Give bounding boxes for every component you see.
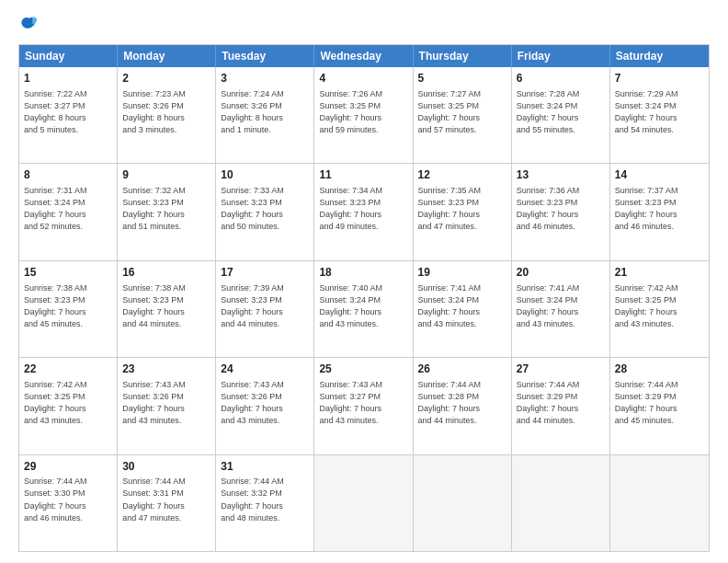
header-day-tuesday: Tuesday — [216, 45, 314, 67]
day-number: 11 — [319, 167, 407, 183]
day-number: 21 — [615, 265, 704, 281]
day-number: 16 — [122, 265, 210, 281]
day-number: 29 — [24, 459, 112, 475]
day-info: Sunrise: 7:41 AM Sunset: 3:24 PM Dayligh… — [418, 282, 506, 330]
day-info: Sunrise: 7:31 AM Sunset: 3:24 PM Dayligh… — [24, 185, 112, 233]
calendar-cell — [414, 455, 512, 551]
calendar-cell: 30Sunrise: 7:44 AM Sunset: 3:31 PM Dayli… — [118, 455, 216, 551]
calendar-cell: 5Sunrise: 7:27 AM Sunset: 3:25 PM Daylig… — [414, 67, 512, 163]
day-number: 5 — [418, 71, 506, 86]
day-number: 19 — [418, 265, 506, 281]
day-info: Sunrise: 7:44 AM Sunset: 3:30 PM Dayligh… — [24, 476, 112, 523]
calendar-cell — [314, 455, 413, 551]
logo — [18, 15, 42, 35]
day-info: Sunrise: 7:44 AM Sunset: 3:32 PM Dayligh… — [221, 476, 309, 523]
day-number: 28 — [615, 362, 704, 377]
day-info: Sunrise: 7:36 AM Sunset: 3:23 PM Dayligh… — [517, 185, 605, 233]
day-number: 31 — [221, 459, 309, 475]
calendar-cell: 15Sunrise: 7:38 AM Sunset: 3:23 PM Dayli… — [19, 261, 118, 357]
day-info: Sunrise: 7:24 AM Sunset: 3:26 PM Dayligh… — [221, 88, 309, 136]
calendar-header: SundayMondayTuesdayWednesdayThursdayFrid… — [19, 45, 709, 67]
day-info: Sunrise: 7:40 AM Sunset: 3:24 PM Dayligh… — [319, 282, 407, 330]
calendar-cell: 6Sunrise: 7:28 AM Sunset: 3:24 PM Daylig… — [512, 67, 610, 163]
calendar-cell: 18Sunrise: 7:40 AM Sunset: 3:24 PM Dayli… — [314, 261, 413, 357]
calendar-cell: 14Sunrise: 7:37 AM Sunset: 3:23 PM Dayli… — [610, 164, 709, 259]
day-number: 24 — [221, 362, 309, 377]
day-info: Sunrise: 7:44 AM Sunset: 3:31 PM Dayligh… — [122, 476, 210, 523]
calendar-cell: 8Sunrise: 7:31 AM Sunset: 3:24 PM Daylig… — [19, 164, 118, 259]
day-number: 22 — [24, 362, 112, 377]
day-number: 15 — [24, 265, 112, 281]
day-number: 8 — [24, 167, 112, 183]
calendar-cell: 20Sunrise: 7:41 AM Sunset: 3:24 PM Dayli… — [512, 261, 610, 357]
day-info: Sunrise: 7:33 AM Sunset: 3:23 PM Dayligh… — [221, 185, 309, 233]
calendar: SundayMondayTuesdayWednesdayThursdayFrid… — [18, 44, 710, 552]
day-info: Sunrise: 7:39 AM Sunset: 3:23 PM Dayligh… — [221, 282, 309, 330]
header-day-monday: Monday — [118, 45, 216, 67]
calendar-cell: 28Sunrise: 7:44 AM Sunset: 3:29 PM Dayli… — [610, 358, 709, 454]
calendar-body: 1Sunrise: 7:22 AM Sunset: 3:27 PM Daylig… — [19, 67, 709, 551]
calendar-cell: 11Sunrise: 7:34 AM Sunset: 3:23 PM Dayli… — [314, 164, 413, 259]
header-day-wednesday: Wednesday — [314, 45, 413, 67]
logo-icon — [18, 15, 39, 35]
calendar-cell: 26Sunrise: 7:44 AM Sunset: 3:28 PM Dayli… — [414, 358, 512, 454]
day-number: 25 — [319, 362, 407, 377]
day-number: 17 — [221, 265, 309, 281]
header-day-thursday: Thursday — [414, 45, 512, 67]
day-info: Sunrise: 7:44 AM Sunset: 3:29 PM Dayligh… — [615, 379, 704, 427]
calendar-cell: 10Sunrise: 7:33 AM Sunset: 3:23 PM Dayli… — [216, 164, 314, 259]
day-number: 1 — [24, 71, 112, 86]
day-number: 4 — [319, 71, 407, 86]
calendar-cell: 22Sunrise: 7:42 AM Sunset: 3:25 PM Dayli… — [19, 358, 118, 454]
day-info: Sunrise: 7:35 AM Sunset: 3:23 PM Dayligh… — [418, 185, 506, 233]
calendar-cell: 31Sunrise: 7:44 AM Sunset: 3:32 PM Dayli… — [216, 455, 314, 551]
day-info: Sunrise: 7:44 AM Sunset: 3:29 PM Dayligh… — [517, 379, 605, 427]
calendar-cell: 25Sunrise: 7:43 AM Sunset: 3:27 PM Dayli… — [314, 358, 413, 454]
calendar-cell: 16Sunrise: 7:38 AM Sunset: 3:23 PM Dayli… — [118, 261, 216, 357]
day-number: 27 — [517, 362, 605, 377]
day-number: 7 — [615, 71, 704, 86]
day-number: 30 — [122, 459, 210, 475]
day-info: Sunrise: 7:41 AM Sunset: 3:24 PM Dayligh… — [517, 282, 605, 330]
calendar-cell: 7Sunrise: 7:29 AM Sunset: 3:24 PM Daylig… — [610, 67, 709, 163]
calendar-row-4: 29Sunrise: 7:44 AM Sunset: 3:30 PM Dayli… — [19, 454, 709, 551]
day-number: 13 — [517, 167, 605, 183]
day-number: 10 — [221, 167, 309, 183]
day-info: Sunrise: 7:42 AM Sunset: 3:25 PM Dayligh… — [24, 379, 112, 427]
day-number: 6 — [517, 71, 605, 86]
day-number: 18 — [319, 265, 407, 281]
header-day-friday: Friday — [512, 45, 610, 67]
day-number: 23 — [122, 362, 210, 377]
day-info: Sunrise: 7:32 AM Sunset: 3:23 PM Dayligh… — [122, 185, 210, 233]
calendar-cell: 29Sunrise: 7:44 AM Sunset: 3:30 PM Dayli… — [19, 455, 118, 551]
day-info: Sunrise: 7:42 AM Sunset: 3:25 PM Dayligh… — [615, 282, 704, 330]
calendar-row-0: 1Sunrise: 7:22 AM Sunset: 3:27 PM Daylig… — [19, 67, 709, 163]
calendar-cell: 27Sunrise: 7:44 AM Sunset: 3:29 PM Dayli… — [512, 358, 610, 454]
day-info: Sunrise: 7:29 AM Sunset: 3:24 PM Dayligh… — [615, 88, 704, 136]
day-number: 20 — [517, 265, 605, 281]
calendar-cell — [610, 455, 709, 551]
calendar-cell — [512, 455, 610, 551]
calendar-row-2: 15Sunrise: 7:38 AM Sunset: 3:23 PM Dayli… — [19, 260, 709, 357]
calendar-cell: 23Sunrise: 7:43 AM Sunset: 3:26 PM Dayli… — [118, 358, 216, 454]
day-info: Sunrise: 7:26 AM Sunset: 3:25 PM Dayligh… — [319, 88, 407, 136]
day-info: Sunrise: 7:43 AM Sunset: 3:27 PM Dayligh… — [319, 379, 407, 427]
day-number: 14 — [615, 167, 704, 183]
calendar-cell: 21Sunrise: 7:42 AM Sunset: 3:25 PM Dayli… — [610, 261, 709, 357]
day-info: Sunrise: 7:38 AM Sunset: 3:23 PM Dayligh… — [122, 282, 210, 330]
day-info: Sunrise: 7:28 AM Sunset: 3:24 PM Dayligh… — [517, 88, 605, 136]
day-info: Sunrise: 7:34 AM Sunset: 3:23 PM Dayligh… — [319, 185, 407, 233]
calendar-cell: 3Sunrise: 7:24 AM Sunset: 3:26 PM Daylig… — [216, 67, 314, 163]
day-info: Sunrise: 7:22 AM Sunset: 3:27 PM Dayligh… — [24, 88, 112, 136]
calendar-cell: 24Sunrise: 7:43 AM Sunset: 3:26 PM Dayli… — [216, 358, 314, 454]
day-info: Sunrise: 7:27 AM Sunset: 3:25 PM Dayligh… — [418, 88, 506, 136]
day-number: 3 — [221, 71, 309, 86]
day-info: Sunrise: 7:43 AM Sunset: 3:26 PM Dayligh… — [221, 379, 309, 427]
calendar-cell: 9Sunrise: 7:32 AM Sunset: 3:23 PM Daylig… — [118, 164, 216, 259]
header-day-sunday: Sunday — [19, 45, 118, 67]
day-number: 9 — [122, 167, 210, 183]
day-info: Sunrise: 7:43 AM Sunset: 3:26 PM Dayligh… — [122, 379, 210, 427]
calendar-cell: 2Sunrise: 7:23 AM Sunset: 3:26 PM Daylig… — [118, 67, 216, 163]
day-number: 26 — [418, 362, 506, 377]
calendar-cell: 19Sunrise: 7:41 AM Sunset: 3:24 PM Dayli… — [414, 261, 512, 357]
